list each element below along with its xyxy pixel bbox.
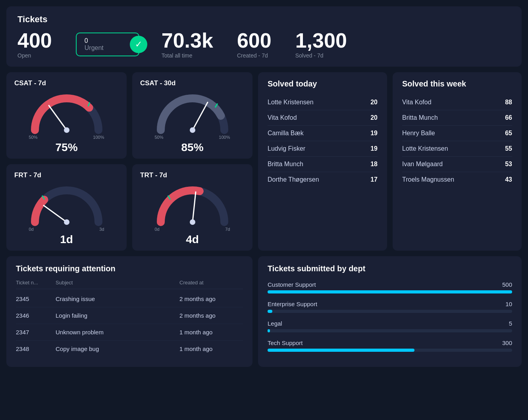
dept-bar-fill xyxy=(268,310,272,313)
stat-urgent: 0 Urgent ✓ xyxy=(76,33,139,56)
ticket-created: 1 month ago xyxy=(179,329,243,336)
solved-name: Vita Kofod xyxy=(268,114,297,121)
gauge-frt-7d-labels: 0d 3d xyxy=(29,227,104,232)
middle-row: CSAT - 7d 5 xyxy=(6,72,522,251)
stat-solved-value: 1,300 xyxy=(295,30,347,51)
solved-name: Britta Munch xyxy=(402,114,438,121)
stat-solved-label: Solved - 7d xyxy=(295,52,347,59)
gauge-csat-7d-container xyxy=(27,90,106,134)
top-panel: Tickets 400 Open 0 Urgent ✓ 70.3k Total … xyxy=(6,6,522,67)
page-title: Tickets xyxy=(17,14,511,25)
solved-count: 43 xyxy=(505,176,512,183)
gauge-csat-30d-value: 85% xyxy=(181,141,203,154)
dept-bar-bg xyxy=(268,290,512,293)
dept-bar-bg xyxy=(268,310,512,313)
solved-wrapper: Solved today Lotte Kristensen20Vita Kofo… xyxy=(258,72,522,251)
col-created: Created at xyxy=(179,280,243,286)
gauge-csat-30d: CSAT - 30d 50% 100% xyxy=(132,72,252,159)
solved-count: 55 xyxy=(505,145,512,152)
solved-name: Lotte Kristensen xyxy=(402,145,448,152)
solved-name: Henry Balle xyxy=(402,130,435,137)
solved-name: Camilla Bæk xyxy=(268,130,304,137)
solved-today-row: Camilla Bæk19 xyxy=(268,126,378,141)
dept-list: Customer Support 500 Enterprise Support … xyxy=(268,281,512,352)
solved-week-row: Vita Kofod88 xyxy=(402,95,512,110)
gauge-csat-30d-max: 100% xyxy=(219,135,230,140)
gauge-trt-7d-value: 4d xyxy=(186,233,199,246)
solved-today-row: Ludvig Fisker19 xyxy=(268,141,378,157)
dept-count: 10 xyxy=(505,301,512,307)
ticket-created: 2 months ago xyxy=(179,295,243,302)
svg-line-10 xyxy=(193,192,196,222)
gauge-frt-7d-container xyxy=(27,182,106,226)
attention-panel: Tickets requiring attention Ticket n... … xyxy=(6,256,252,367)
gauge-csat-30d-labels: 50% 100% xyxy=(155,135,230,140)
solved-count: 17 xyxy=(370,176,378,183)
solved-week-panel: Solved this week Vita Kofod88Britta Munc… xyxy=(393,72,522,251)
solved-name: Britta Munch xyxy=(268,161,303,168)
gauge-csat-7d-labels: 50% 100% xyxy=(29,135,104,140)
gauge-trt-7d-svg xyxy=(153,182,232,226)
solved-name: Dorthe Thøgersen xyxy=(268,176,319,183)
dept-name: Tech Support xyxy=(268,339,303,346)
solved-week-row: Lotte Kristensen55 xyxy=(402,141,512,157)
gauge-trt-7d-labels: 0d 7d xyxy=(155,227,230,232)
gauge-frt-7d-max: 3d xyxy=(99,227,104,232)
solved-week-title: Solved this week xyxy=(402,79,512,88)
gauge-trt-7d-max: 7d xyxy=(225,227,230,232)
gauge-csat-7d: CSAT - 7d 5 xyxy=(6,72,127,159)
dept-panel: Tickets submitted by dept Customer Suppo… xyxy=(258,256,522,367)
gauge-frt-7d-title: FRT - 7d xyxy=(14,171,41,179)
gauge-trt-7d-min: 0d xyxy=(155,227,160,232)
solved-count: 53 xyxy=(505,161,512,168)
gauge-csat-7d-min: 50% xyxy=(29,135,38,140)
gauge-csat-7d-max: 100% xyxy=(93,135,104,140)
stat-created-label: Created - 7d xyxy=(237,52,272,59)
solved-week-row: Ivan Mølgaard53 xyxy=(402,157,512,172)
stat-created: 600 Created - 7d xyxy=(237,30,272,59)
stat-solved: 1,300 Solved - 7d xyxy=(295,30,347,59)
solved-today-title: Solved today xyxy=(268,79,378,88)
gauge-csat-30d-min: 50% xyxy=(155,135,164,140)
solved-today-row: Lotte Kristensen20 xyxy=(268,95,378,110)
solved-week-row: Henry Balle65 xyxy=(402,126,512,141)
gauge-trt-7d-title: TRT - 7d xyxy=(140,171,167,179)
gauge-csat-30d-svg xyxy=(153,90,232,134)
gauge-csat-30d-container xyxy=(153,90,232,134)
col-ticket: Ticket n... xyxy=(16,280,56,286)
svg-point-2 xyxy=(64,127,69,133)
dept-bar-bg xyxy=(268,329,512,332)
stat-urgent-label: Urgent xyxy=(85,44,131,52)
dept-title: Tickets submitted by dept xyxy=(268,264,512,273)
bottom-row: Tickets requiring attention Ticket n... … xyxy=(6,256,522,367)
solved-count: 20 xyxy=(370,114,378,121)
ticket-subject: Login failing xyxy=(56,312,179,319)
svg-line-7 xyxy=(44,205,67,222)
solved-today-row: Dorthe Thøgersen17 xyxy=(268,172,378,187)
solved-name: Troels Magnussen xyxy=(402,176,454,183)
ticket-subject: Copy image bug xyxy=(56,345,179,352)
solved-week-row: Troels Magnussen43 xyxy=(402,172,512,187)
svg-line-1 xyxy=(49,105,67,130)
stat-urgent-value: 0 xyxy=(85,37,131,44)
svg-point-11 xyxy=(190,219,195,225)
solved-name: Vita Kofod xyxy=(402,99,432,106)
stat-open-value: 400 xyxy=(17,30,52,51)
table-header: Ticket n... Subject Created at xyxy=(16,280,243,289)
gauge-csat-7d-svg xyxy=(27,90,106,134)
ticket-number: 2348 xyxy=(16,345,56,352)
dept-row: Legal 5 xyxy=(268,320,512,332)
dept-name: Legal xyxy=(268,320,282,327)
dept-bar-fill xyxy=(268,349,414,352)
table-row: 2348Copy image bug1 month ago xyxy=(16,341,243,357)
solved-count: 19 xyxy=(370,145,378,152)
stat-created-value: 600 xyxy=(237,30,272,51)
ticket-number: 2345 xyxy=(16,295,56,302)
solved-count: 20 xyxy=(370,99,378,106)
solved-count: 18 xyxy=(370,161,378,168)
ticket-number: 2346 xyxy=(16,312,56,319)
attention-title: Tickets requiring attention xyxy=(16,264,243,273)
gauge-frt-7d: FRT - 7d 0d 3d xyxy=(6,164,127,251)
solved-count: 66 xyxy=(505,114,512,121)
solved-name: Ivan Mølgaard xyxy=(402,161,443,168)
